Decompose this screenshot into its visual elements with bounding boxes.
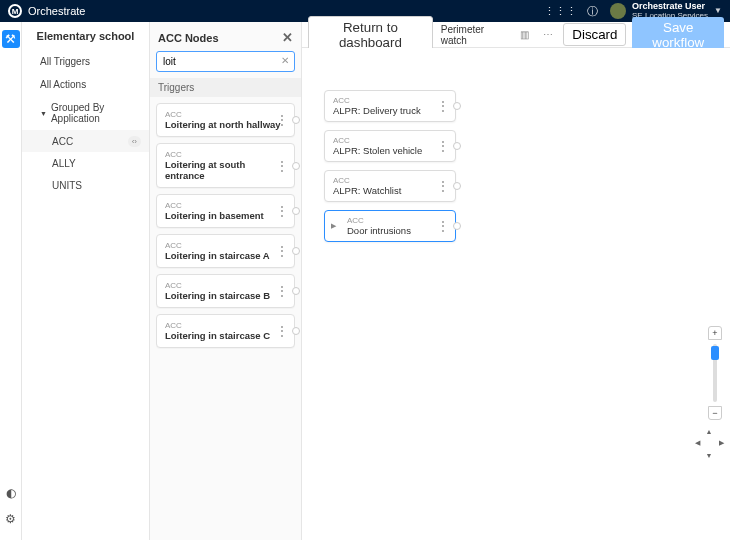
more-icon[interactable]: ⋮ xyxy=(276,289,288,293)
discard-button[interactable]: Discard xyxy=(563,23,626,46)
output-port[interactable] xyxy=(292,247,300,255)
pan-right-button[interactable]: ▶ xyxy=(716,438,726,448)
trigger-source: ACC xyxy=(165,110,286,119)
trigger-title: Loitering at south entrance xyxy=(165,159,286,181)
trigger-title: Loitering at north hallway xyxy=(165,119,286,130)
trigger-list: ACCLoitering at north hallway⋮ACCLoiteri… xyxy=(150,97,301,540)
node-title: Door intrusions xyxy=(347,225,447,236)
trigger-source: ACC xyxy=(165,241,286,250)
trigger-title: Loitering in staircase A xyxy=(165,250,286,261)
canvas-node[interactable]: ACCALPR: Stolen vehicle⋮ xyxy=(324,130,456,162)
node-title: ALPR: Delivery truck xyxy=(333,105,447,116)
nodes-panel: ACC Nodes ✕ ✕ Triggers ACCLoitering at n… xyxy=(150,22,302,540)
search-input[interactable] xyxy=(156,51,295,72)
apps-grid-icon[interactable]: ⋮⋮⋮ xyxy=(544,5,577,18)
motorola-logo: M xyxy=(8,4,22,18)
trigger-source: ACC xyxy=(165,201,286,210)
clear-search-icon[interactable]: ✕ xyxy=(281,55,289,66)
output-port[interactable] xyxy=(453,222,461,230)
link-icon[interactable]: ⋯ xyxy=(539,27,557,42)
workflow-canvas[interactable]: ACCALPR: Delivery truck⋮ACCALPR: Stolen … xyxy=(302,48,730,540)
output-port[interactable] xyxy=(453,102,461,110)
avatar xyxy=(610,3,626,19)
zoom-in-button[interactable]: + xyxy=(708,326,722,340)
node-source: ACC xyxy=(333,96,447,105)
node-source: ACC xyxy=(333,176,447,185)
rail-workflows-icon[interactable]: ⚒ xyxy=(2,30,20,48)
zoom-control: + − xyxy=(708,326,722,420)
zoom-slider[interactable] xyxy=(713,344,717,402)
canvas-toolbar: Return to dashboard Perimeter watch ▥ ⋯ … xyxy=(302,22,730,48)
trigger-source: ACC xyxy=(165,281,286,290)
panel-section-label: Triggers xyxy=(150,78,301,97)
pan-control: ▲ ▼ ◀ ▶ xyxy=(692,426,726,460)
canvas-node[interactable]: ▶ACCDoor intrusions⋮ xyxy=(324,210,456,242)
app-title: Orchestrate xyxy=(28,5,85,17)
node-source: ACC xyxy=(333,136,447,145)
more-icon[interactable]: ⋮ xyxy=(437,104,449,108)
sidebar-all-triggers[interactable]: All Triggers xyxy=(22,50,149,73)
zoom-out-button[interactable]: − xyxy=(708,406,722,420)
more-icon[interactable]: ⋮ xyxy=(276,118,288,122)
chevron-down-icon: ▼ xyxy=(714,7,722,16)
pan-up-button[interactable]: ▲ xyxy=(704,426,714,436)
play-icon: ▶ xyxy=(331,222,336,230)
pan-down-button[interactable]: ▼ xyxy=(704,450,714,460)
help-icon[interactable]: ⓘ xyxy=(587,4,598,19)
output-port[interactable] xyxy=(453,142,461,150)
trigger-title: Loitering in staircase B xyxy=(165,290,286,301)
canvas-node[interactable]: ACCALPR: Watchlist⋮ xyxy=(324,170,456,202)
workflow-name: Perimeter watch xyxy=(441,24,505,46)
more-icon[interactable]: ⋮ xyxy=(276,249,288,253)
sidebar-all-actions[interactable]: All Actions xyxy=(22,73,149,96)
search-wrapper: ✕ xyxy=(156,51,295,72)
node-title: ALPR: Watchlist xyxy=(333,185,447,196)
left-rail: ⚒ ◐ ⚙ xyxy=(0,22,22,540)
output-port[interactable] xyxy=(292,207,300,215)
more-icon[interactable]: ⋮ xyxy=(437,224,449,228)
trigger-card[interactable]: ACCLoitering in staircase C⋮ xyxy=(156,314,295,348)
canvas-area: Return to dashboard Perimeter watch ▥ ⋯ … xyxy=(302,22,730,540)
rail-settings-icon[interactable]: ⚙ xyxy=(2,510,20,528)
rail-globe-icon[interactable]: ◐ xyxy=(2,484,20,502)
trigger-card[interactable]: ACCLoitering at north hallway⋮ xyxy=(156,103,295,137)
zoom-thumb[interactable] xyxy=(711,346,719,360)
sidebar: Elementary school All Triggers All Actio… xyxy=(22,22,150,540)
canvas-node[interactable]: ACCALPR: Delivery truck⋮ xyxy=(324,90,456,122)
sidebar-title: Elementary school xyxy=(22,22,149,50)
output-port[interactable] xyxy=(292,287,300,295)
pan-left-button[interactable]: ◀ xyxy=(692,438,702,448)
sidebar-app-acc[interactable]: ACC ‹› xyxy=(22,130,149,152)
node-source: ACC xyxy=(347,216,447,225)
more-icon[interactable]: ⋮ xyxy=(276,329,288,333)
more-icon[interactable]: ⋮ xyxy=(276,209,288,213)
app-badge: ‹› xyxy=(128,136,141,147)
layout-icon[interactable]: ▥ xyxy=(516,27,533,42)
panel-title: ACC Nodes xyxy=(158,32,219,44)
trigger-card[interactable]: ACCLoitering in basement⋮ xyxy=(156,194,295,228)
node-title: ALPR: Stolen vehicle xyxy=(333,145,447,156)
caret-down-icon: ▼ xyxy=(40,110,47,117)
trigger-card[interactable]: ACCLoitering at south entrance⋮ xyxy=(156,143,295,188)
trigger-card[interactable]: ACCLoitering in staircase A⋮ xyxy=(156,234,295,268)
output-port[interactable] xyxy=(292,162,300,170)
output-port[interactable] xyxy=(292,116,300,124)
sidebar-app-ally[interactable]: ALLY xyxy=(22,152,149,174)
output-port[interactable] xyxy=(292,327,300,335)
more-icon[interactable]: ⋮ xyxy=(276,164,288,168)
trigger-card[interactable]: ACCLoitering in staircase B⋮ xyxy=(156,274,295,308)
sidebar-app-units[interactable]: UNITS xyxy=(22,174,149,196)
sidebar-grouped-by-app[interactable]: ▼ Grouped By Application xyxy=(22,96,149,130)
trigger-title: Loitering in staircase C xyxy=(165,330,286,341)
output-port[interactable] xyxy=(453,182,461,190)
trigger-source: ACC xyxy=(165,150,286,159)
trigger-title: Loitering in basement xyxy=(165,210,286,221)
trigger-source: ACC xyxy=(165,321,286,330)
more-icon[interactable]: ⋮ xyxy=(437,144,449,148)
more-icon[interactable]: ⋮ xyxy=(437,184,449,188)
close-icon[interactable]: ✕ xyxy=(282,30,293,45)
